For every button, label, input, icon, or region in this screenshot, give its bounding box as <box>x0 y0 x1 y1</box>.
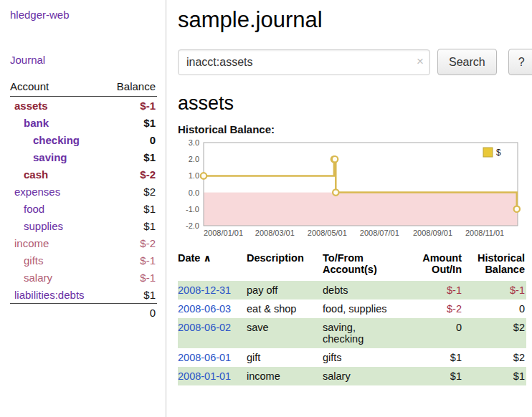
search-button[interactable]: Search <box>437 49 497 75</box>
help-button[interactable]: ? <box>508 49 532 75</box>
data-point-marker <box>514 206 520 212</box>
account-balance: $1 <box>143 117 156 129</box>
transaction-balance: $1 <box>463 367 526 385</box>
sidebar-item-journal[interactable]: Journal <box>10 54 157 66</box>
y-axis-label: -2.0 <box>186 221 199 230</box>
sidebar-account-link[interactable]: food <box>10 203 44 215</box>
search-input[interactable] <box>178 49 430 75</box>
sidebar-account-link[interactable]: liabilities:debts <box>10 289 85 301</box>
chart-title: Historical Balance: <box>178 123 532 135</box>
transaction-balance: 0 <box>463 299 526 318</box>
accounts-panel: Account Balance assets$-1bank$1checking0… <box>10 79 157 322</box>
account-row: liabilities:debts$1 <box>10 286 157 303</box>
transaction-accounts: saving, checking <box>323 318 403 348</box>
legend-swatch <box>483 148 493 157</box>
transaction-description: pay off <box>247 281 323 299</box>
data-point-marker <box>332 156 338 162</box>
y-axis-label: 1.0 <box>189 171 199 180</box>
account-balance: 0 <box>150 134 156 146</box>
account-row: assets$-1 <box>10 97 157 114</box>
register-row: 2008-06-01giftgifts$1$2 <box>178 348 526 367</box>
sort-ascending-icon: ∧ <box>203 252 211 264</box>
sidebar: hledger-web Journal Account Balance asse… <box>0 0 166 417</box>
register-body: 2008-12-31pay offdebts$-1$-12008-06-03ea… <box>178 281 526 385</box>
search-bar: × Search ? <box>178 49 532 75</box>
page-title: sample.journal <box>178 7 532 33</box>
account-row: salary$-1 <box>10 269 157 286</box>
app-title-link[interactable]: hledger-web <box>10 9 157 21</box>
account-row: supplies$1 <box>10 217 157 234</box>
account-row: expenses$2 <box>10 183 157 200</box>
legend-label: $ <box>496 148 501 158</box>
register-row: 2008-06-02savesaving, checking0$2 <box>178 318 526 348</box>
account-balance: $-1 <box>140 100 156 112</box>
transaction-date-link[interactable]: 2008-01-01 <box>178 370 231 382</box>
column-header-description: Description <box>247 250 323 281</box>
account-balance: $-1 <box>140 254 156 267</box>
transaction-amount: $1 <box>403 348 463 367</box>
clear-search-icon[interactable]: × <box>417 55 424 67</box>
account-balance: $-1 <box>140 272 156 284</box>
account-balance: $1 <box>143 151 156 163</box>
transaction-amount: $1 <box>403 367 463 385</box>
negative-region <box>204 193 518 226</box>
transaction-amount: $-1 <box>403 281 463 299</box>
sidebar-account-link[interactable]: assets <box>10 100 48 112</box>
account-balance: $1 <box>143 203 156 215</box>
transaction-description: save <box>247 318 323 348</box>
transaction-accounts: food, supplies <box>323 299 403 318</box>
x-axis-label: 2008/11/01 <box>465 229 504 237</box>
column-header-balance: Historical Balance <box>463 250 526 281</box>
account-balance: $2 <box>143 186 156 198</box>
x-axis-label: 2008/03/01 <box>255 229 295 237</box>
app-window: hledger-web Journal Account Balance asse… <box>0 0 532 417</box>
data-point-marker <box>201 173 206 178</box>
transaction-date-link[interactable]: 2008-06-01 <box>178 352 231 363</box>
sidebar-account-link[interactable]: salary <box>10 272 52 284</box>
sidebar-account-link[interactable]: gifts <box>10 254 44 267</box>
y-axis-label: -1.0 <box>186 205 199 214</box>
register-table: Date ∧ Description To/From Account(s) Am… <box>178 250 526 385</box>
sidebar-account-link[interactable]: bank <box>10 117 49 129</box>
account-row: bank$1 <box>10 114 157 131</box>
account-row: checking0 <box>10 131 157 148</box>
transaction-accounts: salary <box>323 367 403 385</box>
register-row: 2008-12-31pay offdebts$-1$-1 <box>178 281 526 299</box>
sidebar-account-link[interactable]: cash <box>10 168 48 181</box>
y-axis-label: 0.0 <box>189 188 199 197</box>
transaction-date-link[interactable]: 2008-06-02 <box>178 322 231 333</box>
x-axis-label: 2008/09/01 <box>413 229 452 237</box>
sidebar-account-link[interactable]: supplies <box>10 220 63 232</box>
transaction-accounts: gifts <box>323 348 403 367</box>
account-heading: assets <box>178 92 532 115</box>
historical-balance-chart-svg: 3.02.01.00.0-1.0-2.02008/01/012008/03/01… <box>178 138 522 239</box>
sidebar-account-link[interactable]: checking <box>10 134 80 146</box>
transaction-balance: $2 <box>463 318 526 348</box>
y-axis-label: 2.0 <box>189 155 199 163</box>
account-row: gifts$-1 <box>10 251 157 269</box>
main-content: sample.journal × Search ? assets Histori… <box>166 0 532 417</box>
historical-balance-chart: 3.02.01.00.0-1.0-2.02008/01/012008/03/01… <box>178 138 532 241</box>
accounts-header-row: Account Balance <box>10 79 157 97</box>
column-header-accounts: To/From Account(s) <box>323 250 403 281</box>
y-axis-label: 3.0 <box>189 138 199 147</box>
sidebar-account-link[interactable]: saving <box>10 151 67 163</box>
account-balance: $1 <box>143 220 156 232</box>
accounts-header-balance: Balance <box>117 80 156 92</box>
transaction-balance: $-1 <box>463 281 526 299</box>
transaction-date-link[interactable]: 2008-12-31 <box>178 284 231 296</box>
search-box: × <box>178 49 430 75</box>
x-axis-label: 2008/05/01 <box>308 229 347 237</box>
transaction-description: income <box>247 367 323 385</box>
transaction-date-link[interactable]: 2008-06-03 <box>178 303 231 315</box>
sidebar-account-link[interactable]: expenses <box>10 186 60 198</box>
sidebar-account-link[interactable]: income <box>10 237 49 249</box>
account-row: saving$1 <box>10 148 157 166</box>
account-balance: $-2 <box>140 237 156 249</box>
date-header-label: Date <box>178 252 200 264</box>
column-header-date[interactable]: Date ∧ <box>178 250 247 281</box>
account-balance: $1 <box>143 289 156 301</box>
account-row: cash$-2 <box>10 166 157 183</box>
x-axis-label: 2008/07/01 <box>360 229 399 237</box>
account-row: food$1 <box>10 200 157 217</box>
